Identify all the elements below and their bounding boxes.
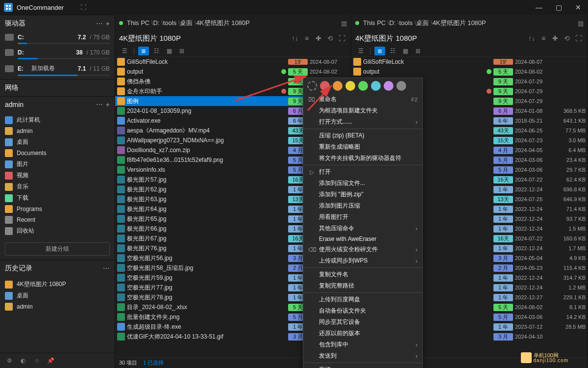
view-list-icon[interactable]: ≣ [138, 47, 149, 55]
drive-row[interactable]: E: 新加载卷 7.1 / 11 GB [0, 62, 115, 75]
admin-menu-icon[interactable]: ⋯ [96, 101, 103, 108]
tree-item[interactable]: Recent [0, 214, 115, 225]
drive-row[interactable]: C: 7.2 / 75 GB [0, 32, 115, 43]
ctx-color-dot[interactable] [345, 81, 355, 91]
refresh-icon[interactable]: ⟲ [325, 33, 335, 43]
ctx-color-dot[interactable] [371, 81, 381, 91]
refresh-icon[interactable]: ⟲ [562, 33, 572, 43]
view-grid-icon[interactable]: ▦ [400, 47, 411, 55]
ctx-menu-item[interactable]: ⌫ 使用火绒安全粉碎文件 › [303, 244, 422, 255]
tree-item[interactable]: 桌面 [0, 136, 115, 148]
tree-item[interactable]: 图片 [0, 158, 115, 170]
ctx-menu-item[interactable]: 用看图打开 [303, 211, 422, 223]
ctx-color-dot[interactable] [320, 81, 330, 91]
view-tree-icon[interactable]: ☰ [119, 47, 130, 55]
ctx-color-dot[interactable] [396, 81, 406, 91]
ctx-color-dot[interactable] [358, 81, 368, 91]
ctx-menu-item[interactable]: 重新生成缩略图 [303, 141, 422, 153]
new-folder-icon[interactable]: ✚ [550, 33, 560, 43]
view-list-icon[interactable]: ≣ [374, 47, 385, 55]
view-grid2-icon[interactable]: ⊞ [176, 47, 187, 55]
ctx-menu-item[interactable]: 上传到百度网盘 [303, 294, 422, 305]
breadcrumb-part[interactable]: 4K壁纸图片 1080P [433, 19, 486, 26]
ctx-menu-item[interactable]: ⌧ 重命名 F2 [303, 94, 422, 105]
star-icon[interactable]: ☆ [32, 356, 41, 365]
tree-item[interactable]: 音乐 [0, 181, 115, 192]
ctx-menu-item[interactable]: Erase with AweEraser [303, 234, 422, 244]
view-tree-icon[interactable]: ☰ [355, 47, 366, 55]
file-row[interactable]: output 5 天 2024-08-02 [115, 67, 351, 77]
breadcrumb-part[interactable]: This PC [127, 19, 149, 26]
filter-icon[interactable]: ≡ [302, 33, 312, 43]
ctx-menu-item[interactable]: ▷ 打开 [303, 166, 422, 178]
file-row[interactable]: GiliSoftFileLock 19' 2024-08-07 [115, 57, 351, 67]
view-detail-icon[interactable]: ☷ [151, 47, 162, 55]
new-folder-icon[interactable]: ✚ [314, 33, 323, 43]
ctx-menu-item[interactable]: ✂ 剪切 Ctrl+X [303, 364, 422, 368]
drives-menu-icon[interactable]: ⋯ [96, 20, 103, 27]
columns-toggle-icon[interactable]: ▥ [341, 20, 347, 27]
drives-add-icon[interactable]: + [106, 20, 110, 27]
breadcrumb-part[interactable]: This PC [363, 19, 386, 26]
breadcrumb-left[interactable]: This PC \D: \tools \桌面 \4K壁纸图片 1080P ▥ [115, 15, 351, 31]
sort-icon[interactable]: ↑↓ [290, 33, 300, 43]
breadcrumb-part[interactable]: D: [389, 19, 395, 26]
drive-row[interactable]: D: 38 / 170 GB [0, 47, 115, 58]
tree-item[interactable]: Programs [0, 204, 115, 214]
breadcrumb-right[interactable]: This PC \D: \tools \桌面 \4K壁纸图片 1080P ▥ [351, 15, 588, 31]
maximize-button[interactable]: ▢ [549, 0, 568, 15]
tree-item[interactable]: Documents [0, 148, 115, 158]
history-item[interactable]: 4K壁纸图片 1080P [0, 279, 115, 290]
tree-item[interactable]: 此计算机 [0, 114, 115, 126]
breadcrumb-part[interactable]: 4K壁纸图片 1080P [196, 19, 250, 26]
ctx-menu-item[interactable]: 复制文件名 [303, 269, 422, 280]
file-row[interactable]: GiliSoftFileLock 19' 2024-08-07 [351, 57, 588, 67]
breadcrumb-part[interactable]: 桌面 [180, 19, 193, 26]
admin-add-icon[interactable]: + [106, 101, 110, 108]
columns-toggle-icon[interactable]: ▥ [578, 20, 584, 27]
breadcrumb-part[interactable]: tools [399, 19, 413, 26]
ctx-menu-item[interactable]: 其他压缩命令 › [303, 223, 422, 234]
pin-icon[interactable]: 📌 [46, 356, 55, 365]
expand-icon[interactable]: ⛶ [78, 2, 88, 12]
view-grid-icon[interactable]: ▦ [164, 47, 174, 55]
ctx-menu-item[interactable]: 自动备份该文件夹 [303, 305, 422, 316]
theme-icon[interactable]: ◐ [19, 356, 27, 365]
view-detail-icon[interactable]: ☷ [387, 47, 398, 55]
tree-item[interactable]: admin [0, 126, 115, 136]
expand-icon[interactable]: ⛶ [337, 33, 347, 43]
tree-item[interactable]: 回收站 [0, 225, 115, 237]
breadcrumb-part[interactable]: tools [163, 19, 176, 26]
ctx-menu-item[interactable]: 打开方式...... › [303, 116, 422, 128]
ctx-menu-item[interactable]: 为框选项目新建文件夹 [303, 105, 422, 116]
ctx-menu-item[interactable]: 添加到压缩文件... [303, 178, 422, 189]
ctx-menu-item[interactable]: 压缩 (zip) (BETA) [303, 130, 422, 141]
file-row[interactable]: output 5 天 2024-08-02 [351, 67, 588, 77]
view-grid2-icon[interactable]: ⊞ [413, 47, 423, 55]
ctx-menu-item[interactable]: 添加到 "图例.zip" [303, 189, 422, 200]
ctx-menu-item[interactable]: 还原以前的版本 [303, 328, 422, 339]
ctx-color-dot[interactable] [333, 81, 343, 91]
ctx-menu-item[interactable]: 上传或同步到WPS › [303, 255, 422, 266]
ctx-color-dot[interactable] [384, 81, 393, 91]
breadcrumb-part[interactable]: 桌面 [416, 19, 429, 26]
history-menu-icon[interactable]: ⋯ [103, 264, 110, 272]
settings-icon[interactable]: ⚙ [5, 356, 14, 365]
tree-item[interactable]: 视频 [0, 170, 115, 181]
ctx-menu-item[interactable]: 同步至其它设备 [303, 316, 422, 328]
breadcrumb-part[interactable]: D: [153, 19, 159, 26]
ctx-menu-item[interactable]: 将文件夹挂载为新的驱动器盘符 [303, 153, 422, 164]
tree-item[interactable]: 下载 [0, 192, 115, 204]
ctx-menu-item[interactable]: 包含到库中 › [303, 339, 422, 350]
ctx-menu-item[interactable]: 添加到图片压缩 [303, 200, 422, 211]
filter-icon[interactable]: ≡ [539, 33, 548, 43]
history-item[interactable]: admin [0, 301, 115, 312]
close-button[interactable]: ✕ [568, 0, 588, 15]
new-group-button[interactable]: 新建分组 [5, 242, 110, 256]
ctx-menu-item[interactable]: 发送到 › [303, 350, 422, 362]
minimize-button[interactable]: — [529, 0, 549, 15]
history-item[interactable]: 桌面 [0, 290, 115, 301]
expand-icon[interactable]: ⛶ [574, 33, 584, 43]
ctx-menu-item[interactable]: 复制完整路径 [303, 280, 422, 291]
sort-icon[interactable]: ↑↓ [527, 33, 537, 43]
